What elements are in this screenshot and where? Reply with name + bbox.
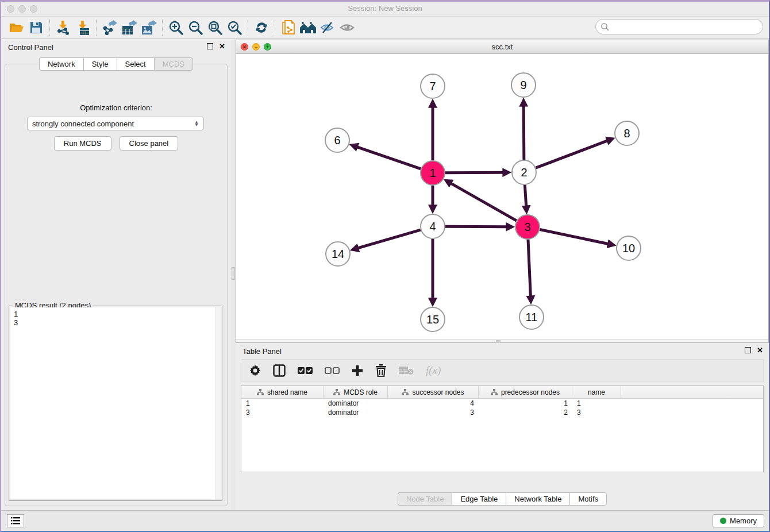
- cell-predecessor-nodes[interactable]: 2: [479, 408, 572, 417]
- tab-network-table[interactable]: Network Table: [506, 492, 569, 506]
- cell-shared-name[interactable]: 1: [241, 399, 324, 408]
- show-all-icon[interactable]: [337, 19, 357, 36]
- function-builder-icon: f(x): [426, 364, 441, 377]
- delete-column-icon[interactable]: [375, 364, 387, 377]
- task-history-button[interactable]: [7, 514, 24, 527]
- column-edit-icon: [257, 389, 264, 395]
- tab-network[interactable]: Network: [39, 57, 83, 71]
- import-network-icon[interactable]: [53, 19, 73, 36]
- network-canvas[interactable]: 1234678910111415: [236, 54, 768, 339]
- cell-successor-nodes[interactable]: 3: [388, 408, 479, 417]
- column-header-successor-nodes[interactable]: successor nodes: [388, 386, 479, 398]
- column-header-mcds-role[interactable]: MCDS role: [324, 386, 388, 398]
- session-title: Session: New Session: [1, 4, 769, 13]
- network-view-window: ✕ − + scc.txt 1234678910111415: [236, 40, 769, 343]
- node-table[interactable]: shared name MCDS role successor nodes pr…: [241, 385, 764, 472]
- status-bar: Memory: [1, 510, 769, 531]
- application-window: Session: New Session: [0, 0, 770, 532]
- graph-node-label-10: 10: [622, 242, 635, 255]
- graph-edge-3-10[interactable]: [540, 230, 609, 244]
- mcds-panel-body: Optimization criterion: strongly connect…: [5, 64, 228, 506]
- search-box[interactable]: [595, 19, 763, 34]
- graph-edge-1-2[interactable]: [445, 172, 504, 173]
- tab-node-table[interactable]: Node Table: [398, 492, 452, 506]
- cell-predecessor-nodes[interactable]: 1: [479, 399, 572, 408]
- hide-selected-icon[interactable]: [318, 19, 337, 36]
- dropdown-chevrons-icon: ▲▼: [194, 121, 199, 126]
- graph-edge-4-14[interactable]: [357, 230, 421, 248]
- graph-edge-2-8[interactable]: [536, 140, 609, 168]
- close-panel-icon[interactable]: ✕: [219, 43, 225, 49]
- zoom-out-icon[interactable]: [186, 19, 205, 36]
- memory-button[interactable]: Memory: [713, 514, 764, 527]
- network-window-title: scc.txt: [236, 43, 768, 51]
- memory-status-icon: [720, 518, 726, 524]
- run-mcds-button[interactable]: Run MCDS: [54, 136, 111, 151]
- import-table-icon[interactable]: [73, 19, 93, 36]
- tab-mcds[interactable]: MCDS: [154, 57, 193, 71]
- graph-node-label-4: 4: [429, 220, 436, 233]
- mcds-result-text[interactable]: 1 3: [10, 307, 221, 499]
- cell-name[interactable]: 1: [572, 399, 621, 408]
- float-panel-icon[interactable]: [207, 43, 213, 49]
- zoom-selected-icon[interactable]: [225, 19, 244, 36]
- graph-node-label-11: 11: [526, 311, 538, 323]
- export-network-icon[interactable]: [100, 19, 120, 36]
- graph-edge-3-1[interactable]: [450, 183, 516, 221]
- float-table-panel-icon[interactable]: [745, 347, 751, 353]
- zoom-in-icon[interactable]: [166, 19, 186, 36]
- network-window-titlebar[interactable]: ✕ − + scc.txt: [236, 40, 768, 54]
- table-options-gear-icon[interactable]: [249, 364, 261, 377]
- graph-node-label-2: 2: [521, 166, 527, 179]
- column-edit-icon: [333, 389, 340, 395]
- close-panel-button[interactable]: Close panel: [120, 136, 179, 151]
- cell-mcds-role[interactable]: dominator: [324, 408, 388, 417]
- search-input[interactable]: [610, 21, 763, 33]
- column-header-name[interactable]: name: [572, 386, 621, 398]
- graph-edge-2-9[interactable]: [523, 105, 524, 160]
- tab-select[interactable]: Select: [117, 57, 154, 71]
- cell-name[interactable]: 3: [572, 408, 621, 417]
- graph-edge-1-6[interactable]: [356, 147, 421, 168]
- first-neighbors-icon[interactable]: [298, 19, 318, 36]
- export-table-icon[interactable]: [120, 19, 139, 36]
- toolbar-separator: [275, 20, 275, 36]
- vertical-splitter[interactable]: [231, 40, 236, 510]
- result-scrollbar[interactable]: [215, 307, 221, 499]
- table-panel-header: Table Panel ✕: [236, 344, 769, 358]
- add-column-icon[interactable]: [352, 364, 363, 377]
- graph-edge-2-3[interactable]: [525, 185, 526, 207]
- cell-successor-nodes[interactable]: 4: [388, 399, 479, 408]
- save-session-icon[interactable]: [26, 19, 46, 36]
- graph-edge-3-11[interactable]: [528, 240, 530, 297]
- network-bottom-strip: [236, 339, 768, 342]
- select-all-columns-icon[interactable]: [298, 364, 313, 377]
- cell-mcds-role[interactable]: dominator: [324, 399, 388, 408]
- column-edit-icon: [402, 389, 409, 395]
- tab-style[interactable]: Style: [83, 57, 117, 71]
- clone-network-icon[interactable]: [279, 19, 298, 36]
- unselect-all-columns-icon[interactable]: [325, 364, 340, 377]
- graph-edge-4-3[interactable]: [445, 226, 507, 227]
- refresh-icon[interactable]: [252, 19, 271, 36]
- tab-edge-table[interactable]: Edge Table: [452, 492, 506, 506]
- splitter-handle[interactable]: [232, 267, 235, 280]
- search-icon: [600, 22, 610, 32]
- optimization-criterion-select[interactable]: strongly connected component ▲▼: [27, 117, 204, 130]
- column-header-predecessor-nodes[interactable]: predecessor nodes: [479, 386, 572, 398]
- close-table-panel-icon[interactable]: ✕: [757, 347, 763, 353]
- main-toolbar: [1, 16, 769, 39]
- open-session-icon[interactable]: [7, 19, 26, 36]
- tab-motifs[interactable]: Motifs: [569, 492, 607, 506]
- zoom-fit-icon[interactable]: [205, 19, 225, 36]
- cell-shared-name[interactable]: 3: [241, 408, 324, 417]
- graph-node-label-14: 14: [332, 248, 344, 260]
- table-row[interactable]: 3 dominator 3 2 3: [241, 408, 763, 417]
- table-row[interactable]: 1 dominator 4 1 1: [241, 399, 763, 408]
- export-image-icon[interactable]: [139, 19, 159, 36]
- network-graph[interactable]: 1234678910111415: [236, 54, 768, 339]
- column-header-shared-name[interactable]: shared name: [241, 386, 324, 398]
- control-panel-title: Control Panel: [8, 43, 53, 52]
- show-columns-icon[interactable]: [273, 364, 286, 377]
- graph-node-label-6: 6: [334, 134, 340, 147]
